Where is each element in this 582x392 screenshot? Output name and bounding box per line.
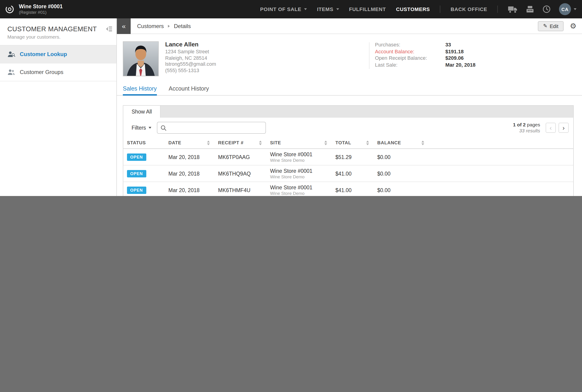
filler-cell <box>429 182 573 196</box>
subtab-show-all[interactable]: Show All <box>123 106 161 118</box>
stat-label-purchases: Purchases: <box>375 41 445 48</box>
receipt-cell: MK6TP0AAG <box>214 149 266 165</box>
total-cell: $51.29 <box>332 149 374 165</box>
subtab-strip: Show All <box>123 106 573 118</box>
site-cell: Wine Store #0001Wine Store Demo <box>266 149 332 165</box>
sales-table-body: OPENMar 20, 2018MK6TP0AAGWine Store #000… <box>123 149 573 196</box>
customer-lookup-icon <box>7 50 15 58</box>
previous-page-button[interactable]: ‹ <box>546 123 556 133</box>
total-cell: $41.00 <box>332 165 374 182</box>
nav-divider <box>440 6 441 13</box>
sort-icon <box>324 140 327 145</box>
nav-customers[interactable]: CUSTOMERS <box>396 6 430 12</box>
page-info: 1 of 2 pages <box>513 122 540 128</box>
nav-fulfillment[interactable]: FULFILLMENT <box>349 6 386 12</box>
site-cell: Wine Store #0001Wine Store Demo <box>266 182 332 196</box>
brand[interactable]: Wine Store #0001 (Register #01) <box>5 4 63 15</box>
pagination: 1 of 2 pages 33 results ‹ › <box>513 122 569 134</box>
balance-cell: $0.00 <box>374 182 429 196</box>
stat-label-open-receipt-balance: Open Receipt Balance: <box>375 55 445 61</box>
breadcrumb-parent[interactable]: Customers <box>137 23 164 29</box>
nav-point-of-sale[interactable]: POINT OF SALE <box>260 6 307 12</box>
caret-down-icon <box>304 8 307 10</box>
column-header-status[interactable]: STATUS <box>123 138 165 149</box>
column-header-site[interactable]: SITE <box>266 138 332 149</box>
customer-summary: Lance Allen 1234 Sample Street Raleigh, … <box>117 34 582 83</box>
date-cell: Mar 20, 2018 <box>165 165 214 182</box>
collapse-sidebar-icon[interactable] <box>106 25 112 34</box>
sidebar-subtitle: Manage your customers. <box>0 34 116 46</box>
stat-label-account-balance: Account Balance: <box>375 48 445 55</box>
pencil-icon: ✎ <box>543 23 547 29</box>
receipt-cell: MK6THQ9AQ <box>214 165 266 182</box>
breadcrumb-arrow-icon <box>168 24 170 27</box>
sidebar-item-customer-lookup[interactable]: Customer Lookup <box>0 46 116 64</box>
results-count: 33 results <box>513 128 540 134</box>
sort-icon <box>366 140 369 145</box>
column-header-total[interactable]: TOTAL <box>332 138 374 149</box>
customer-address-line1: 1234 Sample Street <box>165 49 216 55</box>
customer-name: Lance Allen <box>165 41 216 48</box>
status-badge: OPEN <box>127 170 146 177</box>
settings-gear-icon[interactable]: ⚙ <box>570 22 576 30</box>
column-header-date[interactable]: DATE <box>165 138 214 149</box>
main-content: « Customers Details ✎ Edit ⚙ <box>117 18 582 196</box>
customer-stats: Purchases: 33 Account Balance: $191.18 O… <box>375 41 475 68</box>
customer-groups-icon <box>7 68 15 76</box>
user-menu[interactable]: CA <box>559 3 576 15</box>
breadcrumb: Customers Details <box>137 23 191 29</box>
breadcrumb-current: Details <box>174 23 191 29</box>
status-badge: OPEN <box>127 186 146 194</box>
store-name: Wine Store #0001 <box>19 4 63 10</box>
search-input[interactable] <box>170 125 262 130</box>
filters-button[interactable]: Filters <box>128 125 155 130</box>
balance-cell: $0.00 <box>374 165 429 182</box>
sidebar-title: CUSTOMER MANAGEMENT <box>0 18 116 34</box>
search-box <box>157 122 266 134</box>
edit-button[interactable]: ✎ Edit <box>538 21 563 31</box>
tab-account-history[interactable]: Account History <box>169 83 209 96</box>
column-header-filler <box>429 138 573 149</box>
status-cell: OPEN <box>123 182 165 196</box>
filler-cell <box>429 165 573 182</box>
caret-down-icon <box>336 8 339 10</box>
search-icon <box>161 125 167 131</box>
sort-icon <box>207 140 210 145</box>
caret-down-icon <box>149 127 152 129</box>
customer-phone: (555) 555-1313 <box>165 67 216 74</box>
nav-back-office[interactable]: BACK OFFICE <box>451 6 487 12</box>
stat-value-account-balance: $191.18 <box>445 48 475 55</box>
column-header-balance[interactable]: BALANCE <box>374 138 429 149</box>
register-label: (Register #01) <box>19 10 63 15</box>
avatar: CA <box>559 3 571 15</box>
collapse-panel-button[interactable]: « <box>117 18 131 34</box>
delivery-truck-icon[interactable] <box>508 5 518 13</box>
sidebar-item-customer-groups[interactable]: Customer Groups <box>0 64 116 81</box>
table-row[interactable]: OPENMar 20, 2018MK6TP0AAGWine Store #000… <box>123 149 573 165</box>
next-page-button[interactable]: › <box>558 123 569 133</box>
brand-logo-icon <box>5 4 15 14</box>
column-header-receipt[interactable]: RECEIPT # <box>214 138 266 149</box>
breadcrumb-bar: « Customers Details ✎ Edit ⚙ <box>117 18 582 34</box>
filters-row: Filters <box>123 118 573 138</box>
stat-value-purchases: 33 <box>445 41 475 48</box>
sales-table: STATUS DATE RECEIPT # SITE TOTAL BALANCE <box>123 138 573 196</box>
sidebar-item-label: Customer Lookup <box>20 51 67 58</box>
detail-tabs: Sales History Account History <box>117 83 582 96</box>
customer-address-line2: Raleigh, NC 28514 <box>165 55 216 61</box>
sidebar: CUSTOMER MANAGEMENT Manage your customer… <box>0 18 117 196</box>
table-row[interactable]: OPENMar 20, 2018MK6THMF4UWine Store #000… <box>123 182 573 196</box>
date-cell: Mar 20, 2018 <box>165 149 214 165</box>
stat-value-open-receipt-balance: $209.06 <box>445 55 475 61</box>
tab-sales-history[interactable]: Sales History <box>123 83 157 96</box>
table-row[interactable]: OPENMar 20, 2018MK6THQ9AQWine Store #000… <box>123 165 573 182</box>
summary-divider <box>369 42 370 69</box>
stat-label-last-sale: Last Sale: <box>375 61 445 68</box>
clock-icon[interactable] <box>542 5 551 13</box>
app-window: Wine Store #0001 (Register #01) POINT OF… <box>0 0 582 196</box>
total-cell: $41.00 <box>332 182 374 196</box>
filler-cell <box>429 149 573 165</box>
register-icon[interactable] <box>525 5 535 13</box>
caret-down-icon <box>574 8 576 10</box>
nav-items[interactable]: ITEMS <box>317 6 339 12</box>
